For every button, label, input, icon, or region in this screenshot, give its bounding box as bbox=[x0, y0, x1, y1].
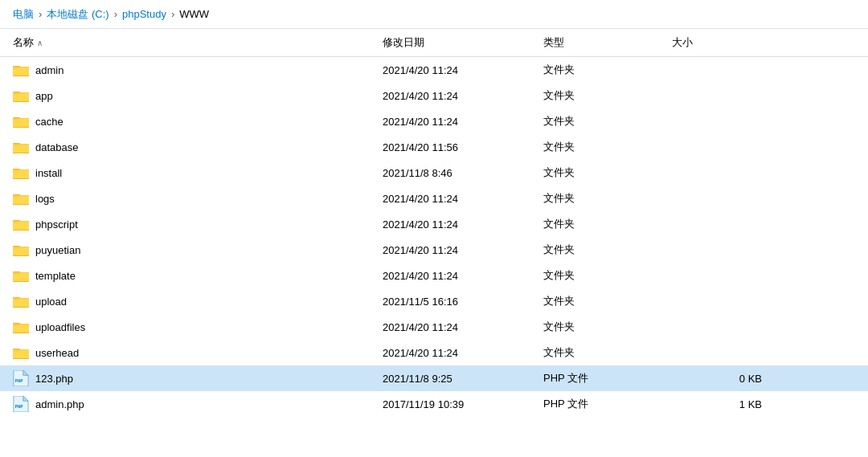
breadcrumb-computer[interactable]: 电脑 bbox=[13, 7, 34, 22]
col-size[interactable]: 大小 bbox=[672, 32, 768, 53]
file-date-cell: 2021/4/20 11:24 bbox=[383, 116, 543, 128]
svg-rect-11 bbox=[14, 92, 20, 95]
folder-icon bbox=[13, 218, 29, 231]
file-row[interactable]: phpscript2021/4/20 11:24文件夹 bbox=[0, 211, 868, 237]
file-row[interactable]: admin2021/4/20 11:24文件夹 bbox=[0, 57, 868, 83]
col-date[interactable]: 修改日期 bbox=[383, 32, 543, 53]
file-name-label: template bbox=[35, 270, 76, 282]
file-row[interactable]: cache2021/4/20 11:24文件夹 bbox=[0, 108, 868, 134]
file-name-label: admin bbox=[35, 64, 63, 76]
svg-rect-59 bbox=[14, 298, 20, 300]
file-type-cell: PHP 文件 bbox=[543, 371, 672, 386]
file-name-label: uploadfiles bbox=[35, 321, 85, 333]
file-row[interactable]: install2021/11/8 8:46文件夹 bbox=[0, 160, 868, 186]
file-name-label: cache bbox=[35, 116, 63, 128]
breadcrumb-c-drive[interactable]: 本地磁盘 (C:) bbox=[47, 7, 108, 22]
file-row[interactable]: upload2021/11/5 16:16文件夹 bbox=[0, 288, 868, 314]
file-name-cell: cache bbox=[13, 115, 383, 128]
file-name-label: upload bbox=[35, 296, 67, 308]
folder-icon bbox=[13, 243, 29, 256]
svg-rect-35 bbox=[14, 195, 20, 198]
file-size-cell: 1 KB bbox=[672, 398, 768, 410]
file-type-cell: 文件夹 bbox=[543, 63, 672, 77]
folder-icon bbox=[13, 320, 29, 333]
file-type-cell: 文件夹 bbox=[543, 140, 672, 154]
file-row[interactable]: database2021/4/20 11:56文件夹 bbox=[0, 134, 868, 160]
file-type-cell: 文件夹 bbox=[543, 165, 672, 180]
file-row[interactable]: puyuetian2021/4/20 11:24文件夹 bbox=[0, 237, 868, 263]
file-name-cell: uploadfiles bbox=[13, 320, 383, 333]
svg-text:PHP: PHP bbox=[15, 404, 24, 410]
folder-icon bbox=[13, 346, 29, 359]
file-type-cell: 文件夹 bbox=[543, 217, 672, 231]
folder-icon bbox=[13, 141, 29, 153]
php-file-icon: PHP bbox=[13, 396, 29, 412]
breadcrumb-phpstudy[interactable]: phpStudy bbox=[122, 8, 166, 20]
file-type-cell: PHP 文件 bbox=[543, 397, 672, 411]
svg-rect-17 bbox=[14, 118, 20, 120]
file-date-cell: 2021/4/20 11:24 bbox=[383, 347, 543, 359]
svg-rect-65 bbox=[14, 324, 20, 326]
file-type-cell: 文件夹 bbox=[543, 320, 672, 334]
svg-rect-23 bbox=[14, 144, 20, 146]
file-date-cell: 2021/4/20 11:56 bbox=[383, 141, 543, 153]
file-name-cell: upload bbox=[13, 295, 383, 308]
svg-marker-73 bbox=[23, 370, 28, 375]
svg-marker-76 bbox=[23, 396, 28, 401]
file-row[interactable]: logs2021/4/20 11:24文件夹 bbox=[0, 186, 868, 211]
php-file-icon: PHP bbox=[13, 370, 29, 386]
folder-icon bbox=[13, 269, 29, 282]
file-row[interactable]: uploadfiles2021/4/20 11:24文件夹 bbox=[0, 314, 868, 340]
file-rows-container: admin2021/4/20 11:24文件夹 app2021/4/20 11:… bbox=[0, 57, 868, 417]
folder-icon bbox=[13, 166, 29, 179]
folder-icon bbox=[13, 115, 29, 128]
file-date-cell: 2017/11/19 10:39 bbox=[383, 398, 543, 410]
folder-icon bbox=[13, 295, 29, 308]
file-date-cell: 2021/4/20 11:24 bbox=[383, 193, 543, 205]
col-name[interactable]: 名称 ∧ bbox=[13, 32, 383, 53]
breadcrumb-sep-1: › bbox=[39, 8, 42, 20]
file-type-cell: 文件夹 bbox=[543, 268, 672, 283]
file-date-cell: 2021/4/20 11:24 bbox=[383, 270, 543, 282]
file-name-label: admin.php bbox=[35, 398, 84, 410]
svg-rect-5 bbox=[14, 67, 20, 69]
breadcrumb: 电脑 › 本地磁盘 (C:) › phpStudy › WWW bbox=[0, 0, 868, 29]
folder-icon bbox=[13, 63, 29, 76]
file-date-cell: 2021/11/5 16:16 bbox=[383, 296, 543, 308]
file-row[interactable]: template2021/4/20 11:24文件夹 bbox=[0, 263, 868, 288]
file-type-cell: 文件夹 bbox=[543, 114, 672, 129]
svg-rect-53 bbox=[14, 272, 20, 275]
file-row[interactable]: userhead2021/4/20 11:24文件夹 bbox=[0, 340, 868, 365]
file-name-cell: phpscript bbox=[13, 218, 383, 231]
file-name-label: app bbox=[35, 90, 53, 102]
file-date-cell: 2021/4/20 11:24 bbox=[383, 321, 543, 333]
file-name-cell: PHP admin.php bbox=[13, 396, 383, 412]
file-row[interactable]: PHP admin.php2017/11/19 10:39PHP 文件1 KB bbox=[0, 391, 868, 417]
file-type-cell: 文件夹 bbox=[543, 345, 672, 360]
svg-rect-41 bbox=[14, 221, 20, 223]
file-type-cell: 文件夹 bbox=[543, 294, 672, 308]
file-name-cell: template bbox=[13, 269, 383, 282]
svg-text:PHP: PHP bbox=[15, 378, 24, 384]
file-date-cell: 2021/11/8 9:25 bbox=[383, 373, 543, 385]
file-name-cell: admin bbox=[13, 63, 383, 76]
file-date-cell: 2021/4/20 11:24 bbox=[383, 64, 543, 76]
file-row[interactable]: PHP 123.php2021/11/8 9:25PHP 文件0 KB bbox=[0, 365, 868, 391]
file-name-cell: logs bbox=[13, 192, 383, 205]
file-name-cell: database bbox=[13, 141, 383, 153]
breadcrumb-sep-3: › bbox=[171, 8, 174, 20]
file-date-cell: 2021/4/20 11:24 bbox=[383, 244, 543, 256]
svg-rect-71 bbox=[14, 349, 20, 352]
column-headers: 名称 ∧ 修改日期 类型 大小 bbox=[0, 29, 868, 57]
file-type-cell: 文件夹 bbox=[543, 191, 672, 206]
folder-icon bbox=[13, 89, 29, 102]
file-row[interactable]: app2021/4/20 11:24文件夹 bbox=[0, 83, 868, 108]
file-name-label: install bbox=[35, 167, 62, 179]
file-date-cell: 2021/11/8 8:46 bbox=[383, 167, 543, 179]
file-name-label: userhead bbox=[35, 347, 79, 359]
file-name-label: logs bbox=[35, 193, 55, 205]
col-type[interactable]: 类型 bbox=[543, 32, 672, 53]
file-name-label: 123.php bbox=[35, 373, 73, 385]
file-name-label: puyuetian bbox=[35, 244, 80, 256]
file-name-cell: app bbox=[13, 89, 383, 102]
